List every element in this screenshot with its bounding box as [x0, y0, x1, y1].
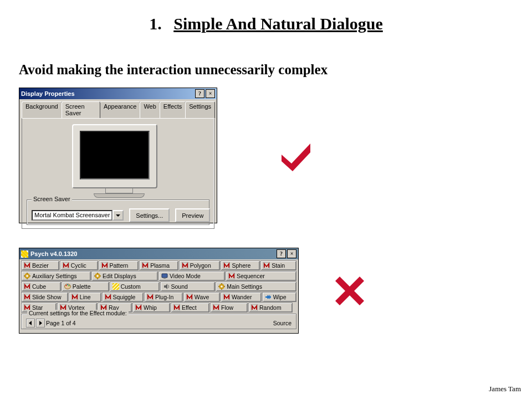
tab-plug-in[interactable]: Plug-In — [144, 292, 183, 302]
tab-effect[interactable]: Effect — [171, 303, 209, 313]
bad-body: BezierCyclicPatternPlasmaPolygonSphereSt… — [19, 259, 298, 330]
m-icon — [182, 262, 188, 269]
sound-icon — [163, 283, 170, 290]
tab-stain[interactable]: Stain — [260, 260, 296, 270]
tab-label: Random — [259, 304, 282, 311]
tab-polygon[interactable]: Polygon — [179, 260, 221, 270]
app-icon — [21, 250, 28, 258]
tab-squiggle[interactable]: Squiggle — [102, 292, 144, 302]
tab-slide-show[interactable]: Slide Show — [21, 292, 68, 302]
tab-label: Slide Show — [32, 294, 62, 300]
slide-title: 1. Simple And Natural Dialogue — [19, 14, 513, 33]
screensaver-group: Screen Saver Mortal Kombat Screensaver S… — [27, 200, 209, 225]
tab-video-mode[interactable]: Video Mode — [158, 271, 225, 281]
tab-label: Sound — [171, 283, 188, 290]
slide: 1. Simple And Natural Dialogue Avoid mak… — [0, 0, 532, 399]
chevron-down-icon[interactable] — [112, 210, 124, 221]
m-icon — [105, 294, 111, 300]
tab-cyclic[interactable]: Cyclic — [60, 260, 98, 270]
m-icon — [213, 304, 219, 311]
title-number: 1. — [149, 14, 162, 33]
m-icon — [147, 294, 154, 300]
close-button[interactable]: × — [287, 249, 296, 258]
screensaver-select[interactable]: Mortal Kombat Screensaver — [32, 210, 124, 221]
m-icon — [63, 262, 69, 269]
page-next-button[interactable] — [36, 319, 45, 328]
tab-label: Bezier — [32, 262, 49, 269]
tab-whip[interactable]: Whip — [132, 303, 170, 313]
tab-wipe[interactable]: Wipe — [262, 292, 296, 302]
titlebar[interactable]: Display Properties ? × — [19, 88, 217, 99]
tab-label: Cyclic — [71, 262, 86, 269]
tab-web[interactable]: Web — [140, 101, 160, 118]
tab-palette[interactable]: Palette — [62, 282, 109, 291]
tab-plasma[interactable]: Plasma — [139, 260, 178, 270]
tab-auxiliary-settings[interactable]: Auxiliary Settings — [21, 271, 91, 281]
help-button[interactable]: ? — [195, 89, 204, 98]
tab-background[interactable]: Background — [22, 101, 62, 118]
tab-label: Sphere — [232, 262, 250, 269]
tab-cube[interactable]: Cube — [21, 282, 61, 291]
cross-icon — [332, 273, 367, 309]
display-properties-dialog: Display Properties ? × BackgroundScreen … — [19, 88, 217, 223]
group-legend: Current settings for the Effect module: — [27, 310, 129, 316]
close-button[interactable]: × — [206, 89, 215, 98]
svg-rect-21 — [163, 278, 166, 279]
window-title: Psych v4.0.1320 — [30, 250, 77, 257]
m-icon — [24, 262, 30, 269]
title-text: Simple And Natural Dialogue — [173, 14, 383, 33]
tab-label: Wave — [195, 294, 209, 300]
page-prev-button[interactable] — [26, 319, 35, 328]
tab-label: Auxiliary Settings — [32, 273, 77, 279]
tab-bezier[interactable]: Bezier — [21, 260, 59, 270]
tab-random[interactable]: Random — [248, 303, 293, 313]
tab-line[interactable]: Line — [69, 292, 101, 302]
m-icon — [142, 262, 149, 269]
tab-label: Palette — [73, 283, 91, 290]
tab-pattern[interactable]: Pattern — [99, 260, 139, 270]
subtitle: Avoid making the interaction unnecessari… — [19, 62, 513, 78]
gear-icon — [94, 273, 101, 279]
tab-label: Squiggle — [113, 294, 136, 300]
tab-sphere[interactable]: Sphere — [221, 260, 260, 270]
tab-main-settings[interactable]: Main Settings — [216, 282, 296, 291]
screensaver-preview — [80, 131, 150, 180]
svg-point-9 — [26, 275, 28, 277]
tab-label: Flow — [221, 304, 233, 311]
tab-sequencer[interactable]: Sequencer — [226, 271, 296, 281]
group-legend: Screen Saver — [32, 196, 72, 202]
m-icon — [24, 294, 30, 300]
tab-label: Plasma — [150, 262, 170, 269]
tab-sound[interactable]: Sound — [160, 282, 216, 291]
tab-flow[interactable]: Flow — [210, 303, 248, 313]
tab-effects[interactable]: Effects — [160, 101, 186, 118]
preview-button[interactable]: Preview — [175, 208, 210, 222]
svg-point-27 — [68, 285, 69, 287]
tab-custom[interactable]: Custom — [110, 282, 160, 291]
tab-appearance[interactable]: Appearance — [100, 101, 140, 118]
figures: Display Properties ? × BackgroundScreen … — [19, 88, 513, 334]
help-button[interactable]: ? — [277, 249, 286, 258]
tab-wave[interactable]: Wave — [183, 292, 220, 302]
tab-wander[interactable]: Wander — [221, 292, 262, 302]
tab-label: Whip — [144, 304, 157, 311]
current-settings-group: Current settings for the Effect module: … — [21, 314, 296, 329]
tab-label: Effect — [182, 304, 197, 311]
source-label: Source — [273, 320, 291, 326]
tab-label: Sequencer — [237, 273, 265, 279]
titlebar[interactable]: Psych v4.0.1320 ? × — [19, 248, 298, 259]
tab-label: Pattern — [110, 262, 129, 269]
tab-label: Custom — [121, 283, 141, 290]
tab-label: Polygon — [190, 262, 211, 269]
svg-point-26 — [67, 284, 68, 285]
window-title: Display Properties — [21, 90, 75, 97]
tab-edit-displays[interactable]: Edit Displays — [91, 271, 158, 281]
m-icon — [186, 294, 193, 300]
settings-button[interactable]: Settings... — [129, 208, 170, 222]
arrow-right-icon — [265, 294, 272, 300]
m-icon — [263, 262, 270, 269]
tab-label: Edit Displays — [103, 273, 136, 279]
tab-settings[interactable]: Settings — [185, 101, 215, 118]
svg-rect-20 — [162, 274, 167, 278]
tab-screen-saver[interactable]: Screen Saver — [62, 101, 100, 118]
